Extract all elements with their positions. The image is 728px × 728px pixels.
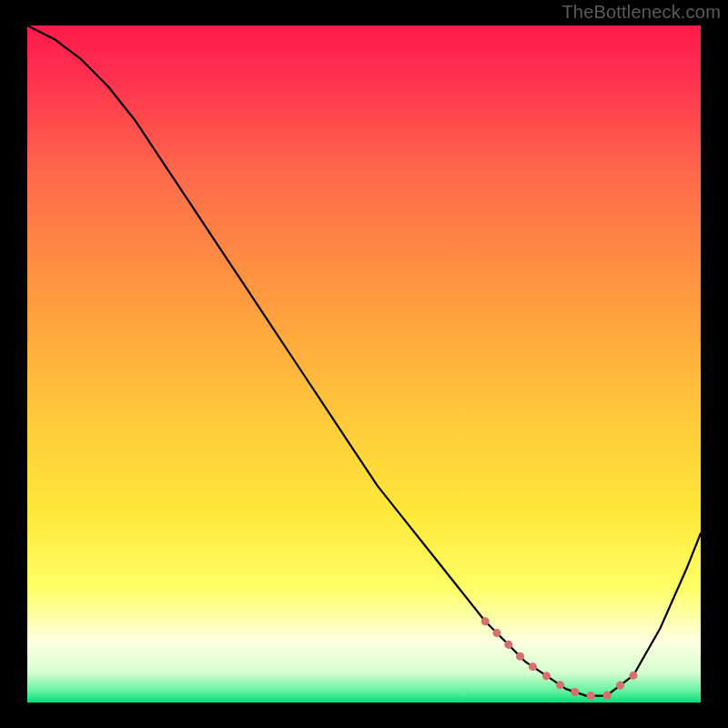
plot-area bbox=[27, 25, 701, 703]
chart-svg bbox=[27, 25, 701, 703]
gradient-background bbox=[27, 25, 701, 703]
chart-frame: TheBottleneck.com bbox=[0, 0, 728, 728]
watermark-text: TheBottleneck.com bbox=[561, 2, 721, 23]
